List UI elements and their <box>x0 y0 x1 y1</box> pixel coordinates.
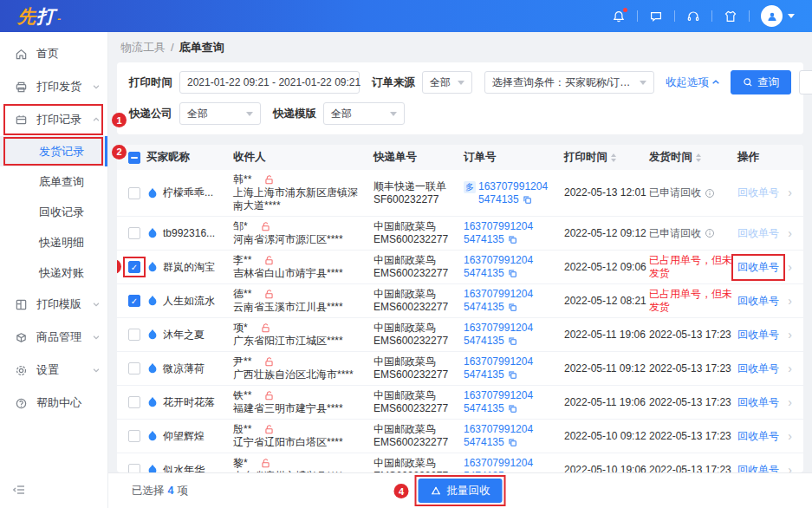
sidebar-item-0[interactable]: 首页 <box>0 37 107 70</box>
order-number-suffix[interactable]: 5474135 <box>464 402 504 415</box>
lock-open-icon[interactable] <box>260 221 271 232</box>
query-condition-select[interactable]: 选择查询条件：买家昵称/订单编号/运单号/... <box>484 71 654 94</box>
order-number[interactable]: 163707991204 <box>464 220 533 233</box>
order-number[interactable]: 163707991204 <box>464 457 533 470</box>
bell-icon[interactable] <box>612 10 626 23</box>
sidebar-subitem-7[interactable]: 快递对账 <box>0 257 107 288</box>
sort-icon[interactable] <box>611 153 616 162</box>
sidebar-item-10[interactable]: 设置 <box>0 354 107 387</box>
lock-open-icon[interactable] <box>260 322 271 334</box>
row-expand-chevron[interactable]: › <box>784 396 803 409</box>
bulk-recover-button[interactable]: 批量回收 <box>419 479 503 503</box>
row-expand-chevron[interactable]: › <box>784 186 803 199</box>
sidebar-subitem-3[interactable]: 发货记录 2 <box>0 136 107 166</box>
copy-icon[interactable] <box>508 370 517 380</box>
query-button[interactable]: 查询 <box>731 70 791 94</box>
collapse-options-link[interactable]: 收起选项 <box>666 75 720 90</box>
sort-icon[interactable] <box>696 153 701 162</box>
order-number[interactable]: 163707991204 <box>464 423 533 436</box>
row-checkbox[interactable] <box>128 396 140 408</box>
sidebar-subitem-5[interactable]: 回收记录 <box>0 197 107 227</box>
order-number-suffix[interactable]: 5474135 <box>464 301 504 314</box>
copy-icon[interactable] <box>508 303 517 312</box>
row-checkbox[interactable] <box>128 430 140 442</box>
row-checkbox[interactable]: ✓ <box>128 261 140 273</box>
recover-waybill-link[interactable]: 回收单号 <box>737 329 779 341</box>
print-time-range-input[interactable]: 2021-01-22 09:21 - 2021-01-22 09:21 <box>179 71 360 94</box>
order-number[interactable]: 163707991204 <box>464 254 533 267</box>
copy-icon[interactable] <box>508 336 517 346</box>
export-button[interactable]: 导出 <box>799 70 812 94</box>
col-print-time[interactable]: 打印时间 <box>564 150 649 165</box>
order-number[interactable]: 163707991204 <box>478 180 548 193</box>
row-expand-chevron[interactable]: › <box>784 261 803 274</box>
sidebar-item-8[interactable]: 打印模版 <box>0 288 107 321</box>
select-all-checkbox[interactable] <box>128 152 140 164</box>
col-ship-time[interactable]: 发货时间 <box>649 150 737 165</box>
recover-waybill-link[interactable]: 回收单号 <box>737 186 779 199</box>
info-icon[interactable] <box>705 228 715 238</box>
sidebar-item-2[interactable]: 打印记录 1 <box>0 103 107 136</box>
sidebar-item-11[interactable]: 帮助中心 <box>0 387 107 420</box>
row-checkbox[interactable] <box>128 362 140 374</box>
copy-icon[interactable] <box>508 404 517 414</box>
copy-icon[interactable] <box>508 269 517 278</box>
order-number-suffix[interactable]: 5474135 <box>464 267 504 280</box>
recover-waybill-link[interactable]: 回收单号 <box>737 362 779 374</box>
courier-company-select[interactable]: 全部 <box>179 102 261 125</box>
sidebar-collapse-icon[interactable] <box>12 483 26 497</box>
order-number-suffix[interactable]: 5474135 <box>464 233 504 246</box>
copy-icon[interactable] <box>508 235 517 244</box>
recover-waybill-link[interactable]: 回收单号 <box>737 430 779 442</box>
row-checkbox[interactable] <box>128 187 140 199</box>
breadcrumb-section[interactable]: 物流工具 <box>120 41 166 54</box>
row-expand-chevron[interactable]: › <box>784 430 803 443</box>
copy-icon[interactable] <box>523 195 532 205</box>
order-number[interactable]: 163707991204 <box>464 389 533 402</box>
recover-waybill-link[interactable]: 回收单号 <box>737 396 779 408</box>
order-number[interactable]: 163707991204 <box>464 288 533 301</box>
order-number-suffix[interactable]: 5474135 <box>478 193 519 206</box>
lock-open-icon[interactable] <box>263 255 275 266</box>
table-row: 微凉薄荷 尹** 广西壮族自治区北海市**** 中国邮政菜鸟EMS6002322… <box>117 352 803 386</box>
sidebar-item-1[interactable]: 打印发货 <box>0 70 107 103</box>
row-checkbox[interactable] <box>128 464 140 472</box>
order-number-suffix[interactable]: 5474135 <box>464 335 504 348</box>
order-number-suffix[interactable]: 5474135 <box>464 436 504 449</box>
row-checkbox[interactable] <box>128 227 140 239</box>
chevron-down-icon <box>246 112 253 116</box>
copy-icon[interactable] <box>508 438 517 447</box>
recover-waybill-link[interactable]: 回收单号 <box>737 227 779 239</box>
breadcrumb: 物流工具/底单查询 <box>120 40 812 55</box>
avatar[interactable] <box>761 5 795 27</box>
order-number[interactable]: 163707991204 <box>464 322 533 335</box>
row-expand-chevron[interactable]: › <box>784 295 803 308</box>
recover-waybill-link[interactable]: 回收单号 <box>737 261 779 274</box>
row-checkbox[interactable]: ✓ <box>128 295 140 307</box>
courier-template-select[interactable]: 全部 <box>323 102 405 125</box>
order-source-select[interactable]: 全部 <box>422 71 472 94</box>
lock-open-icon[interactable] <box>263 174 275 186</box>
chat-icon[interactable] <box>649 10 663 23</box>
row-checkbox[interactable] <box>128 329 140 341</box>
row-expand-chevron[interactable]: › <box>784 227 803 240</box>
order-number-suffix[interactable]: 5474135 <box>464 368 504 381</box>
row-expand-chevron[interactable]: › <box>784 329 803 342</box>
row-expand-chevron[interactable]: › <box>784 464 803 473</box>
sidebar-subitem-4[interactable]: 底单查询 <box>0 166 107 197</box>
headset-icon[interactable] <box>686 10 700 23</box>
lock-open-icon[interactable] <box>263 356 275 368</box>
lock-open-icon[interactable] <box>260 458 271 469</box>
recover-waybill-link[interactable]: 回收单号 <box>737 464 779 473</box>
sidebar-subitem-6[interactable]: 快递明细 <box>0 227 107 257</box>
info-icon[interactable] <box>705 188 715 199</box>
table-row: tb992316... 邹* 河南省漯河市源汇区**** 中国邮政菜鸟EMS60… <box>117 217 803 251</box>
lock-open-icon[interactable] <box>263 390 275 401</box>
shirt-icon[interactable] <box>724 10 737 23</box>
recover-waybill-link[interactable]: 回收单号 <box>737 295 779 307</box>
lock-open-icon[interactable] <box>263 424 275 435</box>
sidebar-item-9[interactable]: 商品管理 <box>0 321 107 354</box>
lock-open-icon[interactable] <box>263 289 275 300</box>
row-expand-chevron[interactable]: › <box>784 362 803 375</box>
order-number[interactable]: 163707991204 <box>464 355 533 368</box>
